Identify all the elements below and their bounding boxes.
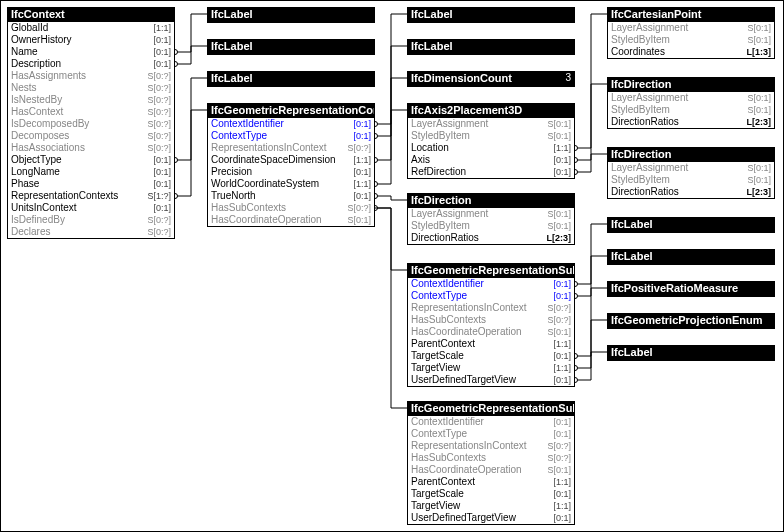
entity-header: IfcPositiveRatioMeasure [608, 282, 774, 296]
attr-cardinality: [0:1] [553, 416, 571, 428]
entity-GeoProjEnum: IfcGeometricProjectionEnum [607, 313, 775, 329]
attr-ContextType: ContextType[0:1] [408, 428, 574, 440]
attr-name: TargetView [411, 500, 460, 512]
attr-cardinality: [1:1] [553, 142, 571, 154]
entity-IfcContext: IfcContextGlobalId[1:1]OwnerHistory[0:1]… [7, 7, 175, 239]
attr-name: Description [11, 58, 61, 70]
attr-TargetScale: TargetScale[0:1] [408, 350, 574, 362]
entity-Lbl_S1CtxType: IfcLabel [607, 249, 775, 265]
attr-name: ObjectType [11, 154, 62, 166]
attr-name: RepresentationsInContext [411, 302, 527, 314]
entity-Lbl_Desc: IfcLabel [207, 39, 375, 55]
attr-cardinality: L[2:3] [747, 186, 772, 198]
attr-cardinality: [0:1] [353, 166, 371, 178]
attr-HasCoordinateOperation: HasCoordinateOperationS[0:1] [408, 464, 574, 476]
attr-LayerAssignment: LayerAssignmentS[0:1] [408, 118, 574, 130]
entity-header: IfcDirection [608, 78, 774, 92]
attr-cardinality: S[0:?] [147, 106, 171, 118]
attr-name: IsNestedBy [11, 94, 62, 106]
attr-UnitsInContext: UnitsInContext[0:1] [8, 202, 174, 214]
attr-cardinality: L[2:3] [547, 232, 572, 244]
attr-Nests: NestsS[0:?] [8, 82, 174, 94]
attr-name: DirectionRatios [611, 116, 679, 128]
attr-cardinality: S[0:1] [347, 214, 371, 226]
entity-title: IfcDirection [611, 79, 672, 90]
attr-name: HasSubContexts [211, 202, 286, 214]
attr-name: TargetScale [411, 488, 464, 500]
attr-HasAssignments: HasAssignmentsS[0:?] [8, 70, 174, 82]
attr-StyledByItem: StyledByItemS[0:1] [408, 130, 574, 142]
attr-name: HasAssignments [11, 70, 86, 82]
attr-name: LongName [11, 166, 60, 178]
entity-header: IfcDirection [608, 148, 774, 162]
attr-Location: Location[1:1] [408, 142, 574, 154]
attr-StyledByItem: StyledByItemS[0:1] [608, 174, 774, 186]
attr-TrueNorth: TrueNorth[0:1] [208, 190, 374, 202]
entity-title: IfcLabel [211, 9, 253, 20]
entity-title: IfcDimensionCount [411, 73, 512, 84]
entity-header: IfcDirection [408, 194, 574, 208]
attr-IsDecomposedBy: IsDecomposedByS[0:?] [8, 118, 174, 130]
attr-cardinality: [0:1] [553, 350, 571, 362]
entity-header: IfcAxis2Placement3D [408, 104, 574, 118]
attr-ContextIdentifier: ContextIdentifier[0:1] [408, 278, 574, 290]
attr-name: WorldCoordinateSystem [211, 178, 319, 190]
attr-cardinality: [1:1] [153, 22, 171, 34]
attr-name: IsDefinedBy [11, 214, 65, 226]
attr-HasContext: HasContextS[0:?] [8, 106, 174, 118]
attr-cardinality: S[0:?] [147, 130, 171, 142]
attr-name: ParentContext [411, 338, 475, 350]
attr-cardinality: [0:1] [353, 130, 371, 142]
attr-ObjectType: ObjectType[0:1] [8, 154, 174, 166]
attr-name: UnitsInContext [11, 202, 77, 214]
attr-cardinality: S[0:1] [747, 22, 771, 34]
entity-header: IfcCartesianPoint [608, 8, 774, 22]
attr-name: ContextType [411, 290, 467, 302]
attr-IsNestedBy: IsNestedByS[0:?] [8, 94, 174, 106]
entity-DirAx: IfcDirectionLayerAssignmentS[0:1]StyledB… [607, 77, 775, 129]
attr-LongName: LongName[0:1] [8, 166, 174, 178]
entity-header: IfcDimensionCount3 [408, 72, 574, 86]
entity-title: IfcLabel [211, 41, 253, 52]
entity-Lbl_CtxType: IfcLabel [407, 39, 575, 55]
attr-name: GlobalId [11, 22, 48, 34]
attr-name: CoordinateSpaceDimension [211, 154, 336, 166]
attr-name: Nests [11, 82, 37, 94]
entity-header: IfcLabel [408, 8, 574, 22]
attr-cardinality: [0:1] [153, 166, 171, 178]
attr-name: UserDefinedTargetView [411, 374, 516, 386]
attr-cardinality: S[0:?] [547, 314, 571, 326]
attr-cardinality: [0:1] [553, 278, 571, 290]
entity-title: IfcGeometricRepresentationSub [411, 403, 574, 414]
attr-name: Name [11, 46, 38, 58]
attr-name: ContextIdentifier [411, 278, 484, 290]
attr-cardinality: S[0:1] [747, 104, 771, 116]
attr-name: TargetScale [411, 350, 464, 362]
attr-cardinality: [0:1] [553, 488, 571, 500]
attr-cardinality: [0:1] [553, 374, 571, 386]
entity-header: IfcLabel [408, 40, 574, 54]
attr-name: HasSubContexts [411, 452, 486, 464]
attr-ContextType: ContextType[0:1] [408, 290, 574, 302]
entity-IfcGRS1: IfcGeometricRepresentationSubContextIden… [407, 263, 575, 387]
attr-cardinality: [1:1] [553, 500, 571, 512]
attr-Coordinates: CoordinatesL[1:3] [608, 46, 774, 58]
attr-cardinality: [0:1] [553, 290, 571, 302]
attr-cardinality: [0:1] [153, 46, 171, 58]
attr-name: IsDecomposedBy [11, 118, 89, 130]
attr-HasSubContexts: HasSubContextsS[0:?] [408, 452, 574, 464]
attr-cardinality: S[1:?] [147, 190, 171, 202]
entity-PosRatio: IfcPositiveRatioMeasure [607, 281, 775, 297]
attr-name: RepresentationContexts [11, 190, 118, 202]
attr-name: HasCoordinateOperation [211, 214, 322, 226]
attr-cardinality: [1:1] [553, 338, 571, 350]
attr-ContextType: ContextType[0:1] [208, 130, 374, 142]
entity-Lbl_CtxId: IfcLabel [407, 7, 575, 23]
attr-cardinality: L[1:3] [747, 46, 772, 58]
attr-name: RepresentationsInContext [211, 142, 327, 154]
attr-cardinality: [0:1] [353, 190, 371, 202]
entity-Lbl_Name: IfcLabel [207, 7, 375, 23]
attr-DirectionRatios: DirectionRatiosL[2:3] [608, 116, 774, 128]
attr-name: Precision [211, 166, 252, 178]
entity-header: IfcContext [8, 8, 174, 22]
